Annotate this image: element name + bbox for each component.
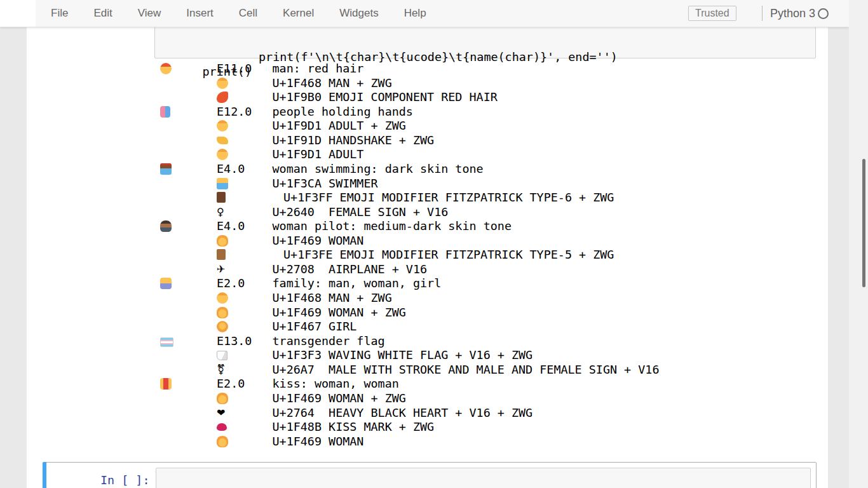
output-row: 👩🏾‍✈️ E4.0 woman pilot: medium-dark skin… — [160, 219, 808, 234]
emoji-description: family: man, woman, girl — [273, 276, 442, 291]
emoji-version-label: E2.0 — [217, 276, 245, 291]
emoji-description: U+2708 AIRPLANE + V16 — [273, 262, 428, 277]
emoji-glyph: 🧑‍🤝‍🧑 — [160, 106, 170, 118]
output-row: 🏊🏿‍♀️ E4.0 woman swimming: dark skin ton… — [160, 162, 808, 177]
output-row: ♀ U+2640 FEMALE SIGN + V16 — [160, 205, 808, 220]
output-row: 🏾 U+1F3FE EMOJI MODIFIER FITZPATRICK TYP… — [160, 248, 808, 262]
menu-item[interactable]: Help — [391, 0, 439, 27]
emoji-glyph: 🏳️‍⚧️ — [160, 337, 173, 347]
emoji-description: U+1F467 GIRL — [273, 320, 357, 334]
emoji-version-label: E11.0 — [217, 62, 252, 76]
emoji-glyph: 🤝 — [217, 137, 228, 144]
emoji-glyph: 🏊🏿‍♀️ — [160, 163, 172, 175]
emoji-glyph: 🦰 — [217, 92, 228, 103]
output-row: 👩‍❤️‍💋‍👩 E2.0 kiss: woman, woman — [160, 377, 808, 391]
emoji-glyph: 👩 — [217, 436, 228, 447]
menu-item[interactable]: File — [38, 0, 81, 27]
jupyter-header: FileEditViewInsertCellKernelWidgetsHelp … — [0, 0, 849, 27]
emoji-glyph: 👩 — [217, 393, 228, 404]
emoji-description: U+1F9D1 ADULT — [273, 147, 364, 162]
emoji-description: woman swimming: dark skin tone — [273, 162, 484, 177]
output-row: 🧑‍🤝‍🧑 E12.0 people holding hands — [160, 105, 808, 119]
output-row: 🏳️‍⚧️ E13.0 transgender flag — [160, 334, 808, 349]
emoji-glyph: ❤ — [217, 406, 225, 421]
emoji-glyph: 🏳 — [217, 351, 227, 360]
emoji-glyph: 👩‍❤️‍💋‍👩 — [160, 378, 172, 390]
emoji-description: U+1F3FE EMOJI MODIFIER FITZPATRICK TYPE-… — [283, 248, 614, 262]
emoji-description: U+1F469 WOMAN + ZWG — [273, 306, 406, 320]
emoji-description: transgender flag — [273, 334, 385, 349]
input-prompt: In [ ]: — [100, 473, 150, 487]
output-row: 💋 U+1F48B KISS MARK + ZWG — [160, 420, 808, 435]
output-row: ✈ U+2708 AIRPLANE + V16 — [160, 262, 808, 277]
emoji-description: U+1F9B0 EMOJI COMPONENT RED HAIR — [273, 90, 498, 105]
emoji-description: U+1F3F3 WAVING WHITE FLAG + V16 + ZWG — [273, 348, 533, 363]
output-row: 🏳 U+1F3F3 WAVING WHITE FLAG + V16 + ZWG — [160, 348, 808, 363]
emoji-version-label: E12.0 — [217, 105, 252, 119]
output-row: 👩 U+1F469 WOMAN + ZWG — [160, 306, 808, 320]
emoji-description: kiss: woman, woman — [273, 377, 399, 391]
emoji-description: U+1F91D HANDSHAKE + ZWG — [273, 133, 435, 148]
kernel-idle-icon — [818, 8, 829, 19]
output-row: ❤ U+2764 HEAVY BLACK HEART + V16 + ZWG — [160, 406, 808, 421]
output-row: 👨‍👩‍👧 E2.0 family: man, woman, girl — [160, 276, 808, 291]
menu-item[interactable]: Insert — [173, 0, 226, 27]
selected-empty-cell[interactable]: In [ ]: — [43, 462, 817, 488]
emoji-version-label: E4.0 — [217, 219, 245, 234]
emoji-glyph: 👩🏾‍✈️ — [160, 220, 172, 232]
scrollbar-thumb[interactable] — [862, 159, 865, 287]
menu-item[interactable]: Kernel — [270, 0, 327, 27]
menu-item[interactable]: Edit — [81, 0, 125, 27]
emoji-description: U+1F469 WOMAN + ZWG — [273, 391, 406, 406]
emoji-description: U+1F468 MAN + ZWG — [273, 291, 392, 306]
emoji-glyph: 🧑 — [217, 120, 228, 132]
menu-item[interactable]: Cell — [226, 0, 270, 27]
empty-code-input[interactable] — [156, 468, 811, 488]
output-row: 👨‍🦰 E11.0 man: red hair — [160, 62, 808, 76]
emoji-description: U+1F48B KISS MARK + ZWG — [273, 420, 435, 435]
emoji-glyph: ⚧ — [217, 363, 225, 377]
emoji-description: U+1F468 MAN + ZWG — [273, 76, 392, 91]
output-row: 👨 U+1F468 MAN + ZWG — [160, 291, 808, 306]
output-row: 🧑 U+1F9D1 ADULT — [160, 147, 808, 162]
menu-item[interactable]: Widgets — [327, 0, 391, 27]
emoji-version-label: E13.0 — [217, 334, 252, 349]
emoji-glyph: 👩 — [217, 307, 228, 318]
emoji-version-label: E2.0 — [217, 377, 245, 391]
emoji-description: man: red hair — [273, 62, 364, 76]
emoji-description: U+26A7 MALE WITH STROKE AND MALE AND FEM… — [273, 363, 660, 377]
emoji-version-label: E4.0 — [217, 162, 245, 177]
emoji-glyph: 🏾 — [217, 249, 226, 260]
output-row: 🏿 U+1F3FF EMOJI MODIFIER FITZPATRICK TYP… — [160, 191, 808, 205]
output-row: 🤝 U+1F91D HANDSHAKE + ZWG — [160, 133, 808, 148]
emoji-glyph: ♀ — [217, 205, 224, 220]
emoji-description: U+1F3FF EMOJI MODIFIER FITZPATRICK TYPE-… — [283, 191, 614, 205]
emoji-glyph: ✈ — [217, 262, 225, 277]
emoji-description: U+1F469 WOMAN — [273, 435, 364, 449]
emoji-glyph: 🏿 — [217, 192, 226, 203]
emoji-description: U+1F9D1 ADULT + ZWG — [273, 119, 406, 133]
output-row: 👩 U+1F469 WOMAN — [160, 435, 808, 449]
kernel-name: Python 3 — [770, 0, 815, 27]
emoji-glyph: 👨‍🦰 — [160, 63, 172, 74]
emoji-glyph: 🧑 — [217, 149, 228, 160]
emoji-glyph: 🏊 — [217, 178, 228, 189]
emoji-description: U+1F3CA SWIMMER — [273, 177, 378, 191]
output-row: ⚧ U+26A7 MALE WITH STROKE AND MALE AND F… — [160, 363, 808, 377]
code-line-2: print() — [160, 36, 815, 51]
output-row: 🦰 U+1F9B0 EMOJI COMPONENT RED HAIR — [160, 90, 808, 105]
emoji-glyph: 👨‍👩‍👧 — [160, 278, 172, 289]
output-row: 🧑 U+1F9D1 ADULT + ZWG — [160, 119, 808, 133]
trusted-badge[interactable]: Trusted — [688, 6, 736, 21]
emoji-glyph: 👨 — [217, 292, 228, 304]
emoji-glyph: 👧 — [217, 321, 228, 332]
menu-item[interactable]: View — [125, 0, 174, 27]
output-row: 👩 U+1F469 WOMAN + ZWG — [160, 391, 808, 406]
emoji-glyph: 👩 — [217, 235, 228, 247]
emoji-description: people holding hands — [273, 105, 413, 119]
emoji-description: U+1F469 WOMAN — [273, 234, 364, 248]
emoji-description: U+2640 FEMALE SIGN + V16 — [273, 205, 449, 220]
output-row: 👨 U+1F468 MAN + ZWG — [160, 76, 808, 91]
emoji-glyph: 💋 — [217, 423, 227, 431]
output-row: 🏊 U+1F3CA SWIMMER — [160, 177, 808, 191]
